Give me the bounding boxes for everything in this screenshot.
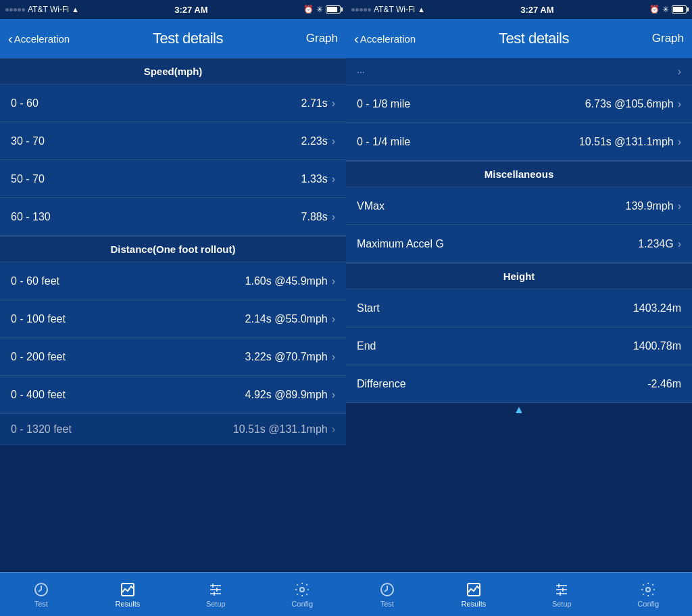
item-value-0-400ft: 4.92s @89.9mph [245, 389, 328, 401]
setup-icon-left [207, 582, 224, 598]
list-item-50-70[interactable]: 50 - 70 1.33s › [0, 160, 346, 198]
item-value-difference: -2.46m [647, 378, 681, 390]
tab-test-label-left: Test [34, 600, 48, 608]
list-item-0-60ft[interactable]: 0 - 60 feet 1.60s @45.9mph › [0, 262, 346, 300]
list-item-1-8-mile[interactable]: 0 - 1/8 mile 6.73s @105.6mph › [346, 85, 692, 123]
nav-bar-left: ‹ Acceleration Test details Graph [0, 19, 346, 58]
item-label-0-400ft: 0 - 400 feet [11, 389, 66, 401]
item-value-vmax: 139.9mph [626, 200, 674, 212]
time-label-right: 3:27 AM [520, 5, 553, 15]
item-label-0-60ft: 0 - 60 feet [11, 275, 59, 287]
chevron-1-8-mile: › [678, 98, 681, 110]
config-icon-left [294, 582, 310, 598]
tab-setup-left[interactable]: Setup [195, 579, 237, 611]
tab-setup-label-right: Setup [552, 600, 572, 608]
results-icon-right [466, 582, 482, 598]
graph-button-right[interactable]: Graph [652, 32, 684, 45]
bluetooth-icon-right: ✳ [662, 5, 669, 14]
tab-setup-right[interactable]: Setup [541, 579, 583, 611]
back-button-right[interactable]: ‹ Acceleration [354, 32, 416, 45]
chevron-vmax: › [678, 200, 681, 212]
test-icon-right [379, 582, 395, 598]
item-label-1-8-mile: 0 - 1/8 mile [357, 98, 410, 110]
tab-results-left[interactable]: Results [105, 579, 151, 611]
back-button-left[interactable]: ‹ Acceleration [8, 32, 70, 45]
tab-config-left[interactable]: Config [280, 579, 324, 611]
left-panel: AT&T Wi-Fi ▲ 3:27 AM ⏰ ✳ ‹ Acceleration … [0, 0, 346, 616]
time-label-left: 3:27 AM [174, 5, 207, 15]
list-item-0-200ft[interactable]: 0 - 200 feet 3.22s @70.7mph › [0, 338, 346, 376]
chevron-60-130: › [332, 211, 335, 223]
item-value-60-130: 7.88s [301, 211, 328, 223]
section-header-speed: Speed(mph) [0, 58, 346, 85]
status-left-right: AT&T Wi-Fi ▲ [351, 5, 425, 14]
tab-test-left[interactable]: Test [22, 579, 60, 611]
list-item-60-130[interactable]: 60 - 130 7.88s › [0, 198, 346, 236]
item-label-1-4-mile: 0 - 1/4 mile [357, 136, 410, 148]
chevron-0-200ft: › [332, 351, 335, 363]
scroll-indicator: ▲ [514, 404, 524, 416]
svg-rect-17 [468, 584, 480, 596]
item-value-1-4-mile: 10.51s @131.1mph [579, 136, 674, 148]
item-value-start: 1403.24m [633, 302, 681, 314]
graph-button-left[interactable]: Graph [306, 32, 338, 45]
list-item-0-100ft[interactable]: 0 - 100 feet 2.14s @55.0mph › [0, 300, 346, 338]
svg-point-27 [646, 588, 650, 592]
list-item-vmax[interactable]: VMax 139.9mph › [346, 187, 692, 225]
list-item-0-400ft[interactable]: 0 - 400 feet 4.92s @89.9mph › [0, 376, 346, 414]
chevron-0-100ft: › [332, 313, 335, 325]
chevron-50-70: › [332, 173, 335, 185]
tab-setup-label-left: Setup [206, 600, 226, 608]
wifi-icon: ▲ [72, 5, 79, 14]
item-label-0-200ft: 0 - 200 feet [11, 351, 66, 363]
item-value-0-60ft: 1.60s @45.9mph [245, 275, 328, 287]
item-value-30-70: 2.23s [301, 135, 328, 147]
list-item-1-4-mile[interactable]: 0 - 1/4 mile 10.51s @131.1mph › [346, 123, 692, 161]
tab-config-label-right: Config [637, 600, 659, 608]
chevron-1-4-mile: › [678, 136, 681, 148]
item-label-0-1320ft: 0 - 1320 feet [11, 423, 72, 435]
list-item-end[interactable]: End 1400.78m [346, 327, 692, 365]
back-chevron-right: ‹ [354, 32, 359, 45]
wifi-icon-right: ▲ [418, 5, 425, 14]
nav-title-right: Test details [499, 30, 569, 47]
item-label-max-accel: Maximum Accel G [357, 238, 444, 250]
svg-line-2 [39, 590, 41, 592]
item-label-start: Start [357, 302, 380, 314]
item-value-0-100ft: 2.14s @55.0mph [245, 313, 328, 325]
item-value-row-0-60: 2.71s › [301, 97, 335, 110]
partial-chevron: › [678, 66, 681, 78]
item-value-50-70: 1.33s [301, 173, 328, 185]
item-value-1-8-mile: 6.73s @105.6mph [585, 98, 674, 110]
list-item-0-1320ft[interactable]: 0 - 1320 feet 10.51s @131.1mph › [0, 414, 346, 445]
carrier-label-right: AT&T Wi-Fi [374, 5, 415, 14]
item-label-30-70: 30 - 70 [11, 135, 45, 147]
battery-icon [326, 5, 341, 14]
content-right: ··· › 0 - 1/8 mile 6.73s @105.6mph › 0 -… [346, 58, 692, 572]
item-label-50-70: 50 - 70 [11, 173, 45, 185]
back-label-left: Acceleration [14, 33, 70, 45]
status-left: AT&T Wi-Fi ▲ [5, 5, 79, 14]
partial-top-item[interactable]: ··· › [346, 58, 692, 85]
list-item-start[interactable]: Start 1403.24m [346, 289, 692, 327]
setup-icon-right [553, 582, 570, 598]
list-item-difference[interactable]: Difference -2.46m [346, 365, 692, 403]
item-label-60-130: 60 - 130 [11, 211, 51, 223]
item-label-difference: Difference [357, 378, 406, 390]
tab-bar-right: Test Results Setup [346, 572, 692, 616]
tab-config-right[interactable]: Config [626, 579, 670, 611]
status-bar-left: AT&T Wi-Fi ▲ 3:27 AM ⏰ ✳ [0, 0, 346, 19]
list-item-0-60[interactable]: 0 - 60 2.71s › [0, 85, 346, 122]
list-item-30-70[interactable]: 30 - 70 2.23s › [0, 122, 346, 160]
item-label-0-100ft: 0 - 100 feet [11, 313, 66, 325]
tab-test-right[interactable]: Test [368, 579, 406, 611]
chevron-max-accel: › [678, 238, 681, 250]
signal-dots-right [351, 8, 371, 11]
tab-config-label-left: Config [291, 600, 313, 608]
item-value-0-60: 2.71s [301, 97, 328, 110]
carrier-label: AT&T Wi-Fi [28, 5, 69, 14]
tab-results-right[interactable]: Results [451, 579, 497, 611]
list-item-max-accel[interactable]: Maximum Accel G 1.234G › [346, 225, 692, 263]
chevron-0-1320ft: › [332, 423, 335, 435]
item-value-0-1320ft: 10.51s @131.1mph [233, 423, 328, 435]
